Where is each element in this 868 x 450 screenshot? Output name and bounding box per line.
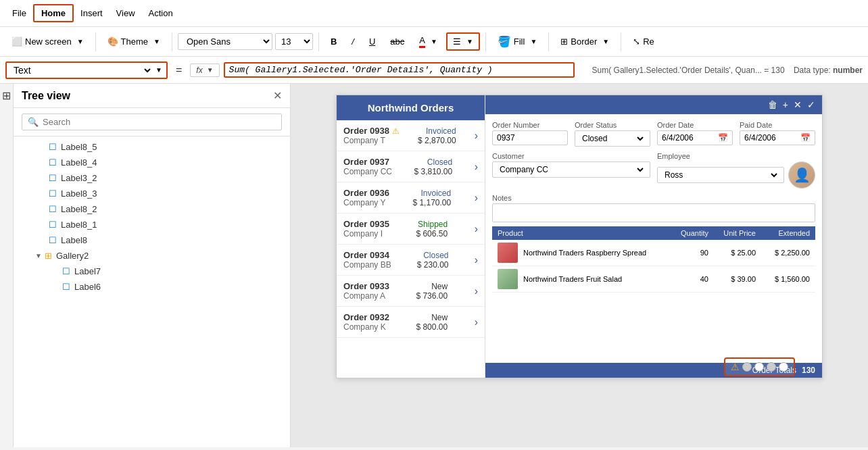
font-size-select[interactable]: 13 <box>275 33 313 50</box>
detail-header: 🗑 + ✕ ✓ <box>485 95 822 114</box>
resize-icon: ⤡ <box>633 36 640 47</box>
tree-item-label8_4[interactable]: ☐ Label8_4 <box>14 155 290 170</box>
customer-select[interactable]: Company CC <box>497 164 646 175</box>
formula-input[interactable]: Sum( Gallery1.Selected.'Order Details', … <box>224 62 575 78</box>
order-date-label: Order Date <box>657 121 733 129</box>
totals-value: 130 <box>802 366 815 375</box>
gallery-item-0938[interactable]: Order 0938 ⚠ Company T Invoiced $ 2,870.… <box>337 120 485 151</box>
product-price-1: $ 39.00 <box>708 275 756 283</box>
notes-input[interactable] <box>492 203 815 222</box>
main-layout: ⊞ Tree view ✕ 🔍 ☐ Label8_5 ☐ Label8_4 <box>0 84 868 447</box>
employee-select[interactable]: Ross <box>662 170 779 180</box>
border-chevron: ▼ <box>602 38 609 45</box>
product-price-0: $ 25.00 <box>708 249 756 257</box>
menu-action[interactable]: Action <box>142 5 180 21</box>
bold-button[interactable]: B <box>324 33 343 50</box>
detail-header-icons: 🗑 + ✕ ✓ <box>768 99 815 110</box>
tree-item-label6[interactable]: ☐ Label6 <box>14 279 290 295</box>
gallery-arrow-icon: › <box>475 161 478 173</box>
close-icon[interactable]: ✕ <box>794 99 802 110</box>
italic-button[interactable]: / <box>345 33 360 50</box>
tree-item-label8[interactable]: ☐ Label8 <box>14 232 290 248</box>
menu-file[interactable]: File <box>5 5 33 21</box>
slider-dot-1[interactable] <box>742 362 752 372</box>
new-screen-label: New screen <box>25 36 72 47</box>
sidebar: Tree view ✕ 🔍 ☐ Label8_5 ☐ Label8_4 ☐ <box>14 84 291 447</box>
fill-icon: 🪣 <box>498 35 511 48</box>
gallery-item-0933[interactable]: Order 0933 Company A New $ 736.00 › <box>337 276 485 307</box>
align-icon: ☰ <box>453 36 461 47</box>
fx-button[interactable]: fx ▼ <box>190 64 219 77</box>
slider-dot-2[interactable] <box>754 362 764 372</box>
gallery-arrow-icon: › <box>475 285 478 297</box>
gallery-item-0935[interactable]: Order 0935 Company I Shipped $ 606.50 › <box>337 214 485 245</box>
menu-home[interactable]: Home <box>33 4 74 22</box>
menu-insert[interactable]: Insert <box>74 5 110 21</box>
label-icon: ☐ <box>49 173 57 183</box>
resize-button[interactable]: ⤡ Re <box>627 33 660 50</box>
order-number-label: Order Number <box>492 121 568 129</box>
tree-item-label: Label3_2 <box>61 173 97 183</box>
detail-body: Order Number 0937 Order Status Closed <box>485 114 822 363</box>
search-input[interactable] <box>43 117 276 127</box>
price-col-header: Unit Price <box>708 229 756 237</box>
label-icon: ☐ <box>49 235 57 245</box>
order-status-value[interactable]: Closed <box>575 130 650 147</box>
gallery-item-0937[interactable]: Order 0937 Company CC Closed $ 3,810.00 … <box>337 151 485 182</box>
menu-view[interactable]: View <box>110 5 142 21</box>
employee-avatar: 👤 <box>788 161 815 189</box>
layers-icon[interactable]: ⊞ <box>2 89 11 102</box>
add-icon[interactable]: + <box>783 99 788 110</box>
tree-item-label: Label8_3 <box>61 189 97 199</box>
slider-dot-3[interactable] <box>767 362 776 372</box>
employee-label: Employee <box>657 152 815 160</box>
align-button[interactable]: ☰ ▼ <box>446 32 480 51</box>
theme-button[interactable]: 🎨 Theme ▼ <box>101 33 166 50</box>
totals-control-box: ⚠ <box>724 357 795 376</box>
check-icon[interactable]: ✓ <box>807 99 815 110</box>
tree-item-label8_3[interactable]: ☐ Label8_3 <box>14 186 290 201</box>
ext-col-header: Extended <box>756 229 810 237</box>
property-select[interactable]: Text <box>11 64 153 76</box>
underline-button[interactable]: U <box>363 33 381 50</box>
order-status-label: Order Status <box>575 121 650 129</box>
tree-item-label3_2[interactable]: ☐ Label3_2 <box>14 170 290 186</box>
strikethrough-button[interactable]: abc <box>384 33 410 50</box>
tree-item-label8_2[interactable]: ☐ Label8_2 <box>14 201 290 217</box>
new-screen-button[interactable]: ⬜ New screen ▼ <box>5 33 90 50</box>
gallery-item-0934[interactable]: Order 0934 Company BB Closed $ 230.00 › <box>337 245 485 276</box>
tree-item-gallery2[interactable]: ▼ ⊞ Gallery2 <box>14 248 290 264</box>
folder-icon: ⊞ <box>45 251 52 261</box>
gallery-item-0936[interactable]: Order 0936 Company Y Invoiced $ 1,170.00… <box>337 182 485 214</box>
font-select[interactable]: Open Sans <box>178 33 272 50</box>
text-color-chevron: ▼ <box>431 38 437 45</box>
gallery-item-0932[interactable]: Order 0932 Company K New $ 800.00 › <box>337 307 485 338</box>
tree-item-label8_1[interactable]: ☐ Label8_1 <box>14 217 290 232</box>
slider-dot-4[interactable] <box>779 362 788 372</box>
paid-date-field: Paid Date 6/4/2006 📅 <box>740 121 815 147</box>
calendar-icon[interactable]: 📅 <box>718 133 728 143</box>
formula-bar: Text ▼ = fx ▼ Sum( Gallery1.Selected.'Or… <box>0 57 868 84</box>
formula-text: Sum( Gallery1.Selected.'Order Details', … <box>229 65 493 75</box>
customer-value[interactable]: Company CC <box>492 161 650 178</box>
tree-item-label8_5[interactable]: ☐ Label8_5 <box>14 139 290 155</box>
search-icon: 🔍 <box>28 117 39 127</box>
gallery-arrow-icon: › <box>475 316 478 328</box>
property-select-wrapper: Text ▼ <box>5 61 168 79</box>
theme-icon: 🎨 <box>107 36 118 47</box>
tree-item-label7[interactable]: ☐ Label7 <box>14 264 290 279</box>
gallery-panel: Northwind Orders Order 0938 ⚠ Company T … <box>337 95 485 378</box>
sep5 <box>548 32 549 51</box>
order-status-select[interactable]: Closed <box>579 133 646 144</box>
gallery-arrow-icon: › <box>475 223 478 235</box>
border-button[interactable]: ⊞ Border ▼ <box>554 33 615 50</box>
employee-value[interactable]: Ross <box>657 167 784 183</box>
fill-button[interactable]: 🪣 Fill ▼ <box>491 32 544 51</box>
property-chevron: ▼ <box>155 66 162 74</box>
calendar-icon-2[interactable]: 📅 <box>800 133 811 143</box>
slider-control[interactable] <box>742 362 788 372</box>
delete-icon[interactable]: 🗑 <box>768 99 777 110</box>
text-color-button[interactable]: A ▼ <box>413 32 443 51</box>
sep6 <box>621 32 621 51</box>
sidebar-close-button[interactable]: ✕ <box>273 89 282 102</box>
